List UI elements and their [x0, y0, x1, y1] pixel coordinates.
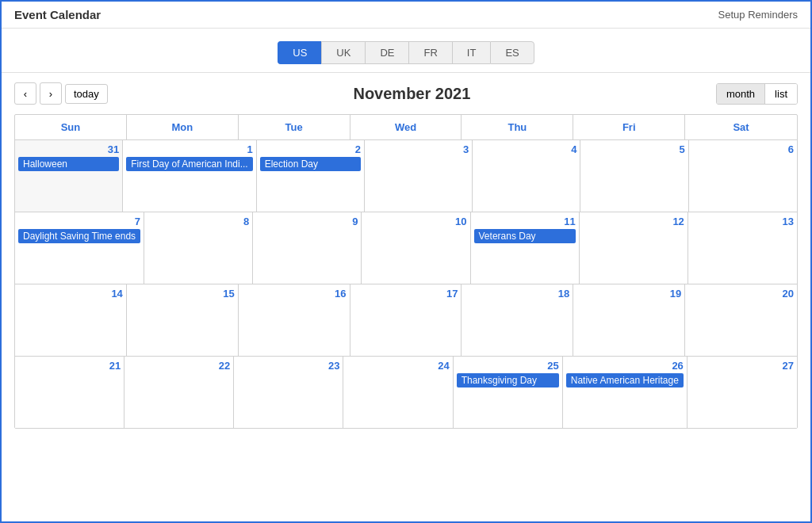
day-number: 24	[347, 360, 449, 372]
day-cell-9[interactable]: 9	[253, 212, 362, 284]
list-view-button[interactable]: list	[765, 84, 797, 104]
day-number: 7	[18, 216, 140, 227]
locale-tab-de[interactable]: DE	[365, 41, 408, 64]
day-number: 6	[692, 143, 794, 155]
day-cell-10[interactable]: 10	[362, 212, 470, 284]
calendar-toolbar: ‹ › today November 2021 month list	[14, 82, 798, 105]
day-number: 2	[260, 143, 361, 155]
day-number: 17	[354, 288, 458, 300]
locale-tab-fr[interactable]: FR	[408, 41, 451, 64]
day-number: 3	[368, 143, 469, 155]
locale-tab-us[interactable]: US	[278, 41, 321, 64]
day-cell-31[interactable]: 31 Halloween	[15, 140, 123, 212]
next-month-button[interactable]: ›	[40, 82, 62, 105]
day-number: 27	[691, 360, 794, 372]
day-cell-20[interactable]: 20	[685, 284, 797, 356]
day-header-mon: Mon	[127, 115, 239, 139]
day-number: 23	[237, 360, 339, 372]
app-title: Event Calendar	[14, 8, 101, 21]
week-row-3: 14 15 16 17 18 19 20	[15, 284, 797, 357]
day-number: 4	[476, 143, 576, 155]
day-cell-23[interactable]: 23	[234, 357, 343, 428]
day-cell-22[interactable]: 22	[124, 357, 234, 428]
day-number: 14	[18, 288, 123, 300]
day-cell-5[interactable]: 5	[580, 140, 688, 212]
day-cell-1[interactable]: 1 First Day of American Indi...	[123, 140, 256, 212]
day-cell-18[interactable]: 18	[462, 284, 573, 356]
day-cell-6[interactable]: 6	[689, 140, 797, 212]
day-cell-26[interactable]: 26 Native American Heritage	[563, 357, 688, 428]
app-header: Event Calendar Setup Reminders	[2, 2, 810, 29]
event-halloween[interactable]: Halloween	[18, 157, 119, 171]
week-row-2: 7 Daylight Saving Time ends 8 9 10 11 Ve…	[15, 212, 797, 284]
day-cell-2[interactable]: 2 Election Day	[257, 140, 365, 212]
week-row-1: 31 Halloween 1 First Day of American Ind…	[15, 140, 797, 212]
day-cell-12[interactable]: 12	[580, 212, 688, 284]
day-cell-27[interactable]: 27	[688, 357, 797, 428]
locale-tab-es[interactable]: ES	[490, 41, 534, 64]
day-number: 20	[688, 288, 794, 300]
event-native-american[interactable]: Native American Heritage	[566, 373, 684, 387]
day-cell-24[interactable]: 24	[343, 357, 453, 428]
event-dst[interactable]: Daylight Saving Time ends	[18, 229, 140, 243]
calendar-grid: Sun Mon Tue Wed Thu Fri Sat 31 Halloween…	[14, 114, 798, 429]
locale-tab-it[interactable]: IT	[452, 41, 491, 64]
day-number: 11	[474, 216, 576, 227]
locale-tab-uk[interactable]: UK	[321, 41, 365, 64]
day-number: 19	[576, 288, 681, 300]
app-container: Event Calendar Setup Reminders US UK DE …	[0, 0, 812, 523]
day-cell-14[interactable]: 14	[15, 284, 127, 356]
day-header-sat: Sat	[685, 115, 797, 139]
event-american-indian[interactable]: First Day of American Indi...	[126, 157, 252, 171]
day-header-wed: Wed	[350, 115, 462, 139]
day-cell-25[interactable]: 25 Thanksgiving Day	[454, 357, 563, 428]
day-cell-17[interactable]: 17	[350, 284, 462, 356]
prev-month-button[interactable]: ‹	[14, 82, 36, 105]
calendar-container: ‹ › today November 2021 month list Sun M…	[2, 73, 810, 429]
day-number: 31	[18, 143, 119, 155]
day-cell-13[interactable]: 13	[688, 212, 797, 284]
day-number: 9	[256, 216, 358, 227]
day-cell-8[interactable]: 8	[144, 212, 253, 284]
event-election-day[interactable]: Election Day	[260, 157, 361, 171]
setup-reminders-link[interactable]: Setup Reminders	[718, 9, 798, 21]
day-number: 18	[465, 288, 569, 300]
day-cell-16[interactable]: 16	[239, 284, 350, 356]
day-header-thu: Thu	[462, 115, 573, 139]
day-cell-11[interactable]: 11 Veterans Day	[471, 212, 580, 284]
calendar-header-row: Sun Mon Tue Wed Thu Fri Sat	[15, 115, 797, 140]
day-number: 10	[365, 216, 466, 227]
day-header-fri: Fri	[573, 115, 685, 139]
day-cell-19[interactable]: 19	[573, 284, 685, 356]
month-view-button[interactable]: month	[717, 84, 765, 104]
day-number: 22	[128, 360, 230, 372]
day-number: 16	[242, 288, 347, 300]
day-cell-15[interactable]: 15	[127, 284, 239, 356]
event-thanksgiving[interactable]: Thanksgiving Day	[457, 373, 559, 387]
day-header-sun: Sun	[15, 115, 127, 139]
day-cell-7[interactable]: 7 Daylight Saving Time ends	[15, 212, 144, 284]
day-header-tue: Tue	[239, 115, 350, 139]
day-number: 12	[583, 216, 684, 227]
day-number: 21	[18, 360, 121, 372]
calendar-title: November 2021	[353, 85, 470, 103]
today-button[interactable]: today	[65, 84, 108, 104]
locale-tabs: US UK DE FR IT ES	[2, 29, 810, 73]
day-number: 15	[130, 288, 235, 300]
event-veterans-day[interactable]: Veterans Day	[474, 229, 576, 243]
view-toggle: month list	[716, 83, 798, 105]
day-number: 26	[566, 360, 684, 372]
day-number: 13	[691, 216, 794, 227]
day-number: 1	[126, 143, 252, 155]
day-number: 5	[584, 143, 684, 155]
day-number: 8	[147, 216, 249, 227]
day-cell-21[interactable]: 21	[15, 357, 124, 428]
day-cell-4[interactable]: 4	[473, 140, 580, 212]
nav-buttons: ‹ › today	[14, 82, 108, 105]
day-cell-3[interactable]: 3	[365, 140, 473, 212]
day-number: 25	[457, 360, 559, 372]
week-row-4: 21 22 23 24 25 Thanksgiving Day 26 Nativ	[15, 357, 797, 428]
